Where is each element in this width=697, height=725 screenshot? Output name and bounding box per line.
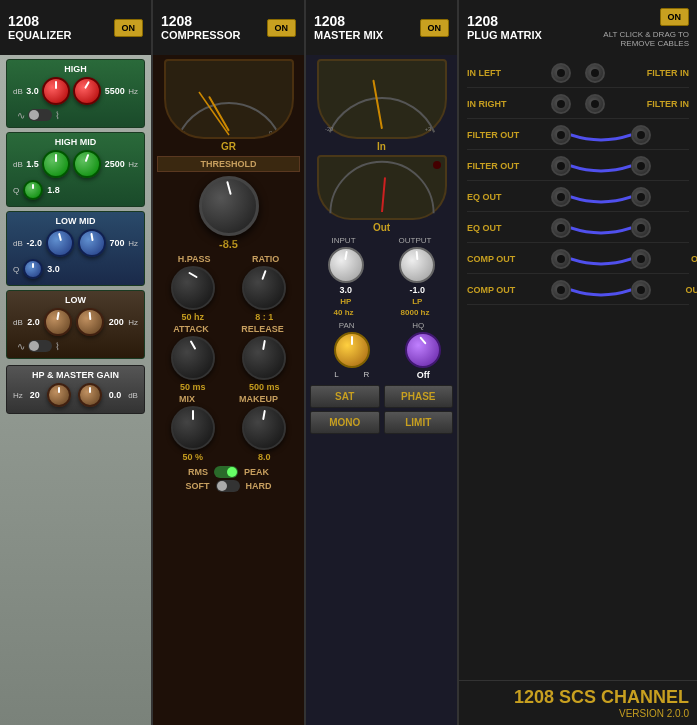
matrix-row-2: FILTER OUT EQ IN: [467, 121, 689, 150]
matrix-jack-right-2[interactable]: [631, 125, 651, 145]
comp-threshold-label: THRESHOLD: [157, 156, 300, 172]
matrix-jack-left-4[interactable]: [551, 187, 571, 207]
comp-attack-knob[interactable]: [171, 336, 215, 380]
comp-mix-value: 50 %: [182, 452, 203, 462]
mix-pan-l: L: [334, 370, 338, 379]
matrix-label-left-4: EQ OUT: [467, 192, 547, 202]
mix-hq-header: HQ: [412, 321, 424, 330]
eq-high-freq-knob[interactable]: [73, 77, 101, 105]
eq-name: EQUALIZER: [8, 29, 72, 41]
eq-low-freq-knob[interactable]: [76, 308, 104, 336]
matrix-jack-right-7[interactable]: [631, 280, 651, 300]
eq-highmid-q-label: Q: [13, 186, 19, 195]
comp-release-item: 500 ms: [242, 336, 286, 392]
comp-hpass-knob[interactable]: [171, 266, 215, 310]
mix-out-clip-led: [433, 161, 441, 169]
comp-soft-hard-toggle[interactable]: [216, 480, 240, 492]
comp-threshold-value: -8.5: [219, 238, 238, 250]
eq-low-band: LOW dB 2.0 200 Hz ∿ ⌇: [6, 290, 145, 359]
eq-high-toggle[interactable]: [28, 109, 52, 121]
eq-master-gain-knob[interactable]: [78, 383, 102, 407]
mix-phase-button[interactable]: PHASE: [384, 385, 454, 408]
eq-highmid-q-knob[interactable]: [23, 180, 43, 200]
matrix-jack-left-5[interactable]: [551, 218, 571, 238]
comp-ratio-knob[interactable]: [242, 266, 286, 310]
matrix-on-button[interactable]: ON: [660, 8, 690, 26]
matrix-jack-right-5[interactable]: [631, 218, 651, 238]
wave-icon: ∿: [17, 110, 25, 121]
mix-hq-knob[interactable]: [405, 332, 441, 368]
matrix-jack-left-7[interactable]: [551, 280, 571, 300]
eq-hp-knob[interactable]: [47, 383, 71, 407]
matrix-label-left-1: IN RIGHT: [467, 99, 547, 109]
eq-highmid-band: HIGH MID dB 1.5 2500 Hz Q 1.8: [6, 132, 145, 207]
mix-limit-button[interactable]: LIMIT: [384, 411, 454, 434]
eq-lowmid-freq-knob[interactable]: [78, 229, 106, 257]
mix-pan-hq-row: L R Off: [310, 332, 453, 380]
eq-lowmid-db-knob[interactable]: [46, 229, 74, 257]
eq-low-toggle[interactable]: [28, 340, 52, 352]
mix-pan-knob[interactable]: [334, 332, 370, 368]
matrix-left-2: FILTER OUT: [467, 125, 571, 145]
matrix-jack-left-1[interactable]: [551, 94, 571, 114]
mix-input-item: 3.0 HP: [328, 247, 364, 306]
eq-highmid-db-knob[interactable]: [42, 150, 70, 178]
matrix-jack-left-2[interactable]: [551, 125, 571, 145]
eq-highmid-db-value: 1.5: [26, 159, 39, 169]
comp-release-knob[interactable]: [242, 336, 286, 380]
matrix-row-4: EQ OUT COMP IN: [467, 183, 689, 212]
comp-gr-meter: -20 0: [164, 59, 294, 139]
eq-highmid-hz-label: Hz: [128, 160, 138, 169]
mix-output-knob[interactable]: [399, 247, 435, 283]
eq-low-shape-toggle: ∿ ⌇: [13, 338, 138, 354]
mix-title-block: 1208 MASTER MIX: [314, 14, 383, 41]
eq-lowmid-band: LOW MID dB -2.0 700 Hz Q 3.0: [6, 211, 145, 286]
comp-rms-peak-toggle[interactable]: [214, 466, 238, 478]
matrix-jack-right-3[interactable]: [631, 156, 651, 176]
comp-threshold-knob[interactable]: [199, 176, 259, 236]
matrix-jack-right-6[interactable]: [631, 249, 651, 269]
comp-header: 1208 COMPRESSOR ON: [153, 0, 304, 55]
matrix-jack-left-3[interactable]: [551, 156, 571, 176]
comp-hpass-item: 50 hz: [171, 266, 215, 322]
comp-soft-hard-row: SOFT HARD: [186, 480, 272, 492]
eq-lowmid-q-knob[interactable]: [23, 259, 43, 279]
matrix-left-0: IN LEFT: [467, 63, 571, 83]
matrix-label-right-6: OUT LEFT: [655, 254, 697, 264]
eq-high-band: HIGH dB 3.0 5500 Hz ∿ ⌇: [6, 59, 145, 128]
mix-pan-item: L R: [322, 332, 382, 380]
eq-high-freq-value: 5500: [105, 86, 125, 96]
eq-high-hz-label: Hz: [128, 87, 138, 96]
matrix-label-left-7: COMP OUT: [467, 285, 547, 295]
matrix-name: PLUG MATRIX: [467, 29, 542, 41]
matrix-jack-right-4[interactable]: [631, 187, 651, 207]
eq-high-db-knob[interactable]: [42, 77, 70, 105]
mix-mono-button[interactable]: MONO: [310, 411, 380, 434]
eq-on-button[interactable]: ON: [114, 19, 144, 37]
mix-sat-phase-row: SAT PHASE: [310, 385, 453, 408]
comp-ratio-value: 8 : 1: [255, 312, 273, 322]
matrix-jack-left-6[interactable]: [551, 249, 571, 269]
eq-low-db-knob[interactable]: [44, 308, 72, 336]
shelf-icon: ⌇: [55, 110, 60, 121]
svg-text:-20: -20: [177, 130, 186, 136]
eq-high-row: dB 3.0 5500 Hz: [13, 77, 138, 105]
comp-mix-header: MIX: [179, 394, 195, 404]
mix-sat-button[interactable]: SAT: [310, 385, 380, 408]
comp-makeup-knob[interactable]: [242, 406, 286, 450]
mix-on-button[interactable]: ON: [420, 19, 450, 37]
matrix-jack-right-1[interactable]: [585, 94, 605, 114]
cable-svg-3: [571, 156, 631, 176]
mix-in-meter: -20 +3: [317, 59, 447, 139]
eq-low-row: dB 2.0 200 Hz: [13, 308, 138, 336]
comp-hard-label: HARD: [246, 481, 272, 491]
mix-input-knob[interactable]: [328, 247, 364, 283]
matrix-alt-click-text: ALT CLICK & DRAG TO REMOVE CABLES: [603, 30, 689, 48]
eq-highmid-freq-knob[interactable]: [73, 150, 101, 178]
matrix-jack-right-0[interactable]: [585, 63, 605, 83]
comp-mix-knob[interactable]: [171, 406, 215, 450]
comp-on-button[interactable]: ON: [267, 19, 297, 37]
matrix-jack-left-0[interactable]: [551, 63, 571, 83]
eq-high-db-label: dB: [13, 87, 23, 96]
comp-rms-peak-row: RMS PEAK: [188, 466, 269, 478]
